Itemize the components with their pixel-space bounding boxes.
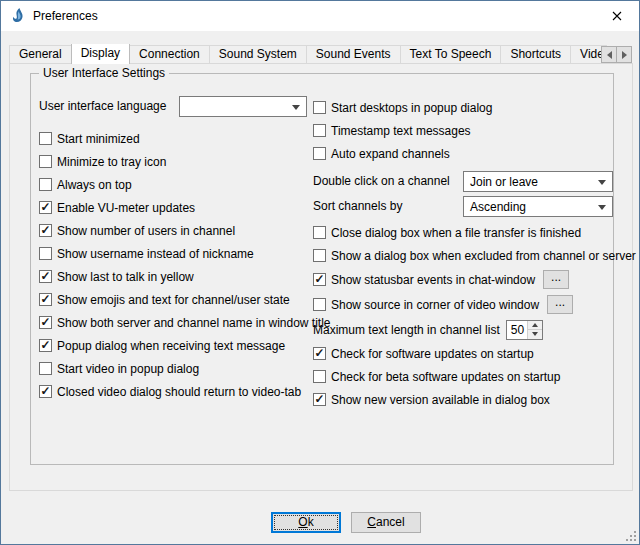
checkbox-label: Show number of users in channel — [57, 224, 235, 238]
checkbox-box[interactable] — [313, 393, 326, 406]
checkbox-label: Show username instead of nickname — [57, 247, 254, 261]
checkbox-statusbar-events[interactable]: Show statusbar events in chat-window ... — [313, 267, 613, 292]
tab-label: Text To Speech — [410, 47, 492, 61]
checkbox-box[interactable] — [313, 370, 326, 383]
checkbox-box[interactable] — [313, 249, 326, 262]
checkbox-video-popup[interactable]: Start video in popup dialog — [39, 357, 309, 380]
arrow-left-icon — [607, 51, 612, 59]
close-icon — [612, 11, 622, 21]
checkbox-box[interactable] — [39, 132, 52, 145]
checkbox-beta-updates[interactable]: Check for beta software updates on start… — [313, 365, 613, 388]
tab-bar: General Display Connection Sound System … — [9, 44, 607, 64]
tab-shortcuts[interactable]: Shortcuts — [500, 45, 571, 63]
checkbox-box[interactable] — [39, 178, 52, 191]
arrow-down-icon — [532, 332, 538, 336]
checkbox-popup-text-message[interactable]: Popup dialog when receiving text message — [39, 334, 309, 357]
checkbox-box[interactable] — [39, 270, 52, 283]
checkbox-last-talk-yellow[interactable]: Show last to talk in yellow — [39, 265, 309, 288]
language-combobox[interactable] — [179, 96, 307, 117]
ok-label-rest: k — [308, 515, 314, 529]
checkbox-show-username[interactable]: Show username instead of nickname — [39, 242, 309, 265]
tab-label: Sound Events — [316, 47, 391, 61]
close-button[interactable] — [594, 1, 639, 30]
checkbox-box[interactable] — [39, 385, 52, 398]
chevron-down-icon — [598, 180, 606, 185]
checkbox-label: Start minimized — [57, 132, 140, 146]
checkbox-label: Check for beta software updates on start… — [331, 370, 560, 384]
tab-scroll-left-button[interactable] — [601, 46, 617, 63]
checkbox-desktops-popup[interactable]: Start desktops in popup dialog — [313, 96, 613, 119]
checkbox-new-version-dialog[interactable]: Show new version available in dialog box — [313, 388, 613, 411]
checkbox-vu-meter-updates[interactable]: Enable VU-meter updates — [39, 196, 309, 219]
checkbox-close-on-transfer[interactable]: Close dialog box when a file transfer is… — [313, 221, 613, 244]
group-title: User Interface Settings — [39, 66, 169, 80]
checkbox-label: Enable VU-meter updates — [57, 201, 195, 215]
spinner-up-button[interactable] — [528, 321, 542, 331]
checkbox-label: Closed video dialog should return to vid… — [57, 385, 301, 399]
checkbox-box[interactable] — [39, 247, 52, 260]
checkbox-box[interactable] — [313, 147, 326, 160]
checkbox-box[interactable] — [39, 362, 52, 375]
tab-label: Connection — [139, 47, 200, 61]
checkbox-box[interactable] — [313, 101, 326, 114]
max-text-length-spinner[interactable]: 50 — [506, 320, 543, 340]
checkbox-label: Check for software updates on startup — [331, 347, 534, 361]
language-label: User interface language — [39, 99, 166, 113]
checkbox-label: Show a dialog box when excluded from cha… — [331, 249, 636, 263]
checkbox-minimize-to-tray[interactable]: Minimize to tray icon — [39, 150, 309, 173]
resize-grip[interactable] — [624, 529, 637, 542]
tab-sound-events[interactable]: Sound Events — [306, 45, 401, 63]
checkbox-box[interactable] — [39, 339, 52, 352]
titlebar[interactable]: Preferences — [1, 1, 639, 31]
arrow-up-icon — [532, 323, 538, 327]
checkbox-show-user-count[interactable]: Show number of users in channel — [39, 219, 309, 242]
display-tab-pane: User Interface Settings User interface l… — [9, 63, 633, 491]
tab-scroll-right-button[interactable] — [616, 46, 632, 63]
checkbox-box[interactable] — [39, 293, 52, 306]
checkbox-emoji-text-state[interactable]: Show emojis and text for channel/user st… — [39, 288, 309, 311]
tab-sound-system[interactable]: Sound System — [209, 45, 307, 63]
checkbox-label: Close dialog box when a file transfer is… — [331, 226, 581, 240]
tab-connection[interactable]: Connection — [129, 45, 210, 63]
checkbox-box[interactable] — [313, 347, 326, 360]
preferences-dialog: Preferences General Display Connection S… — [0, 0, 640, 545]
checkbox-label: Always on top — [57, 178, 132, 192]
tab-general[interactable]: General — [9, 45, 72, 63]
cancel-button[interactable]: Cancel — [351, 512, 421, 533]
statusbar-config-button[interactable]: ... — [543, 270, 569, 289]
checkbox-label: Show statusbar events in chat-window — [331, 273, 535, 287]
checkbox-box[interactable] — [39, 316, 52, 329]
checkbox-box[interactable] — [39, 224, 52, 237]
checkbox-label: Show new version available in dialog box — [331, 393, 550, 407]
tab-display[interactable]: Display — [71, 44, 130, 64]
checkbox-server-channel-title[interactable]: Show both server and channel name in win… — [39, 311, 309, 334]
checkbox-timestamp-messages[interactable]: Timestamp text messages — [313, 119, 613, 142]
checkbox-video-source-corner[interactable]: Show source in corner of video window ..… — [313, 292, 613, 317]
sort-channels-combobox[interactable]: Ascending — [463, 196, 613, 217]
checkbox-box[interactable] — [313, 273, 326, 286]
checkbox-box[interactable] — [313, 226, 326, 239]
language-row: User interface language — [39, 96, 309, 123]
checkbox-box[interactable] — [39, 155, 52, 168]
checkbox-auto-expand-channels[interactable]: Auto expand channels — [313, 142, 613, 165]
checkbox-software-updates[interactable]: Check for software updates on startup — [313, 342, 613, 365]
tab-text-to-speech[interactable]: Text To Speech — [400, 45, 502, 63]
video-source-config-button[interactable]: ... — [547, 295, 573, 314]
checkbox-label: Auto expand channels — [331, 147, 450, 161]
ok-button[interactable]: Ok — [271, 512, 341, 533]
double-click-combobox[interactable]: Join or leave — [463, 171, 613, 192]
checkbox-label: Timestamp text messages — [331, 124, 471, 138]
double-click-value: Join or leave — [470, 175, 538, 189]
checkbox-box[interactable] — [39, 201, 52, 214]
checkbox-excluded-dialog[interactable]: Show a dialog box when excluded from cha… — [313, 244, 613, 267]
app-flame-icon — [10, 8, 26, 24]
checkbox-video-return-tab[interactable]: Closed video dialog should return to vid… — [39, 380, 309, 403]
checkbox-always-on-top[interactable]: Always on top — [39, 173, 309, 196]
checkbox-box[interactable] — [313, 124, 326, 137]
tab-label: Display — [81, 46, 120, 60]
checkbox-box[interactable] — [313, 298, 326, 311]
spinner-down-button[interactable] — [528, 330, 542, 339]
checkbox-start-minimized[interactable]: Start minimized — [39, 127, 309, 150]
right-column: Start desktops in popup dialog Timestamp… — [313, 96, 613, 411]
dialog-buttons: Ok Cancel — [271, 512, 421, 533]
